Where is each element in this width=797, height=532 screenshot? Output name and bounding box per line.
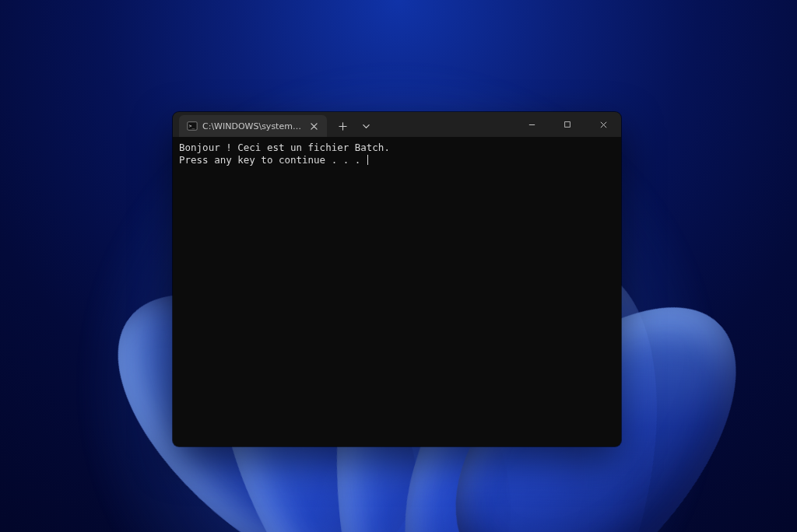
tabstrip-controls xyxy=(332,112,377,137)
terminal-window: >_ C:\WINDOWS\system32\cmd. xyxy=(173,112,621,446)
terminal-output[interactable]: Bonjour ! Ceci est un fichier Batch. Pre… xyxy=(173,137,621,446)
tab-close-button[interactable] xyxy=(307,119,321,133)
tab-dropdown-button[interactable] xyxy=(355,115,377,137)
close-button[interactable] xyxy=(585,112,621,137)
svg-rect-2 xyxy=(565,122,571,128)
minimize-button[interactable] xyxy=(514,112,549,137)
tab-active[interactable]: >_ C:\WINDOWS\system32\cmd. xyxy=(179,115,327,137)
terminal-line: Press any key to continue . . . xyxy=(179,154,367,166)
new-tab-button[interactable] xyxy=(332,115,353,137)
titlebar-drag-region[interactable] xyxy=(377,112,514,137)
terminal-line: Bonjour ! Ceci est un fichier Batch. xyxy=(179,142,390,153)
text-cursor xyxy=(367,155,368,165)
cmd-icon: >_ xyxy=(187,121,198,131)
titlebar[interactable]: >_ C:\WINDOWS\system32\cmd. xyxy=(173,112,621,137)
maximize-button[interactable] xyxy=(549,112,585,137)
desktop-background: >_ C:\WINDOWS\system32\cmd. xyxy=(0,0,797,532)
window-controls xyxy=(514,112,621,137)
tab-title: C:\WINDOWS\system32\cmd. xyxy=(202,121,302,131)
svg-text:>_: >_ xyxy=(189,123,195,129)
